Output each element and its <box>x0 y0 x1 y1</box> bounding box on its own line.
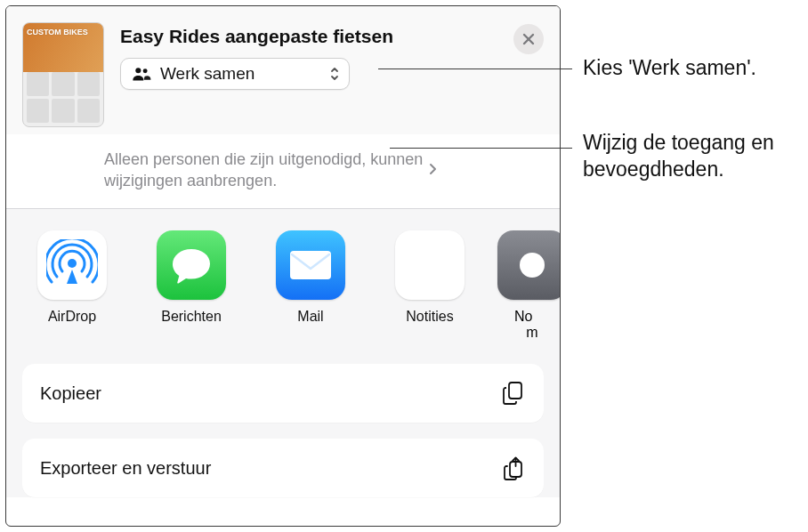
more-label-line2: m <box>514 325 550 341</box>
document-thumbnail: CUSTOM BIKES <box>22 22 104 127</box>
svg-point-4 <box>68 259 77 268</box>
svg-rect-7 <box>509 383 521 399</box>
share-app-berichten[interactable]: Berichten <box>150 230 232 342</box>
close-icon <box>522 33 535 45</box>
callout-line-2 <box>390 148 572 149</box>
share-apps-row: AirDrop Berichten Mail <box>6 209 560 358</box>
share-app-airdrop[interactable]: AirDrop <box>31 230 113 342</box>
permission-text: Alleen personen die zijn uitgenodigd, ku… <box>104 149 424 192</box>
mail-icon <box>276 230 345 300</box>
more-label-line1: No <box>514 309 550 325</box>
mail-label: Mail <box>297 309 323 325</box>
sheet-header: CUSTOM BIKES Easy Rides aangepaste fiets… <box>6 6 560 134</box>
more-icon <box>497 230 561 300</box>
collaboration-mode-label: Werk samen <box>160 64 255 84</box>
title-area: Easy Rides aangepaste fietsen Werk samen <box>104 22 544 127</box>
svg-point-0 <box>135 68 141 73</box>
notities-label: Notities <box>406 309 453 325</box>
callout-1: Kies 'Werk samen'. <box>583 55 756 82</box>
copy-icon <box>501 380 526 407</box>
svg-point-1 <box>143 69 148 73</box>
actions-list: Kopieer Exporteer en verstuur <box>6 357 560 497</box>
share-app-notities[interactable]: Notities <box>389 230 471 342</box>
airdrop-label: AirDrop <box>48 309 96 325</box>
callout-2: Wijzig de toegang en bevoegdheden. <box>583 130 788 183</box>
share-sheet: CUSTOM BIKES Easy Rides aangepaste fiets… <box>5 5 561 527</box>
thumbnail-band-text: CUSTOM BIKES <box>27 28 88 36</box>
share-icon <box>501 455 526 481</box>
close-button[interactable] <box>513 24 544 54</box>
action-export[interactable]: Exporteer en verstuur <box>22 439 544 497</box>
messages-icon <box>157 230 226 300</box>
export-label: Exporteer en verstuur <box>40 458 211 479</box>
updown-chevron-icon <box>329 66 340 82</box>
berichten-label: Berichten <box>161 309 222 325</box>
callout-line-1 <box>378 69 572 69</box>
collaboration-mode-selector[interactable]: Werk samen <box>120 58 350 90</box>
airdrop-icon <box>37 230 107 300</box>
copy-label: Kopieer <box>40 383 101 404</box>
svg-rect-5 <box>290 251 331 279</box>
share-app-more[interactable]: No m <box>501 230 537 342</box>
share-app-mail[interactable]: Mail <box>270 230 351 342</box>
people-icon <box>132 66 151 82</box>
svg-point-6 <box>520 253 545 278</box>
chevron-right-icon <box>428 159 437 181</box>
permission-settings-button[interactable]: Alleen personen die zijn uitgenodigd, ku… <box>104 149 560 192</box>
notes-icon <box>395 230 465 300</box>
document-title: Easy Rides aangepaste fietsen <box>120 26 544 47</box>
action-copy[interactable]: Kopieer <box>22 364 544 423</box>
